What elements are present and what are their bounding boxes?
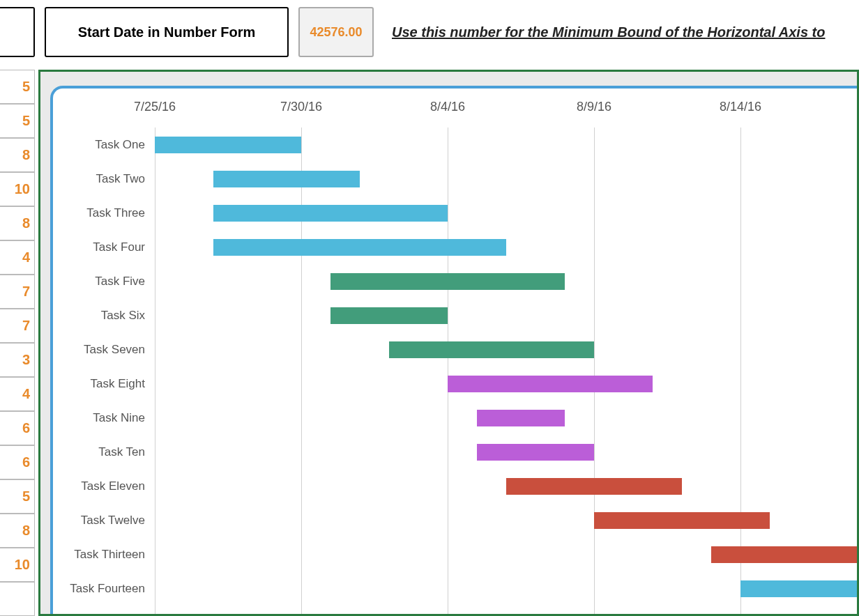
task-row: Task Twelve (53, 503, 857, 537)
axis-tick: 7/25/16 (134, 100, 176, 114)
axis-tick: 8/4/16 (430, 100, 465, 114)
row-header-cell[interactable]: 3 (0, 343, 35, 377)
task-label: Task Thirteen (74, 548, 151, 562)
header-spacer-cell (0, 7, 35, 57)
row-header-cell[interactable]: 7 (0, 309, 35, 343)
axis-tick: 8/14/16 (720, 100, 761, 114)
task-row: Task Eight (53, 367, 857, 401)
task-label: Task Three (86, 206, 151, 220)
task-row: Task One (53, 128, 857, 162)
task-bar[interactable] (477, 444, 594, 461)
row-header-column: 55810847734665810 (0, 70, 35, 616)
task-label: Task Seven (84, 343, 151, 357)
task-row: Task Three (53, 196, 857, 230)
task-label: Task Five (95, 275, 151, 288)
task-bar[interactable] (594, 512, 770, 529)
start-date-value: 42576.00 (310, 25, 362, 40)
task-bar[interactable] (213, 171, 360, 187)
task-bar[interactable] (155, 137, 301, 153)
row-header-cell[interactable]: 5 (0, 479, 35, 514)
task-row: Task Fourteen (53, 571, 857, 606)
task-rows: Task OneTask TwoTask ThreeTask FourTask … (53, 128, 857, 614)
task-bar[interactable] (330, 307, 448, 324)
task-row: Task Thirteen (53, 537, 857, 571)
row-header-cell[interactable]: 7 (0, 275, 35, 309)
start-date-value-cell[interactable]: 42576.00 (298, 7, 374, 57)
task-row: Task Two (53, 162, 857, 196)
header-note-text: Use this number for the Minimum Bound of… (392, 24, 825, 40)
task-bar[interactable] (213, 239, 506, 256)
task-row: Task Nine (53, 401, 857, 435)
row-header-cell[interactable]: 10 (0, 548, 35, 582)
row-header-cell[interactable]: 6 (0, 445, 35, 479)
axis-tick: 8/9/16 (577, 100, 611, 114)
task-bar[interactable] (740, 580, 857, 597)
row-header-cell[interactable]: 5 (0, 70, 35, 104)
start-date-label-cell: Start Date in Number Form (45, 7, 289, 57)
axis-tick: 7/30/16 (280, 100, 322, 114)
start-date-label: Start Date in Number Form (78, 24, 255, 40)
task-label: Task Four (93, 240, 151, 254)
gantt-chart[interactable]: 7/25/167/30/168/4/168/9/168/14/16 Task O… (50, 86, 857, 614)
task-row: Task Five (53, 264, 857, 298)
task-bar[interactable] (448, 376, 653, 392)
task-bar[interactable] (330, 273, 565, 290)
task-row: Task Ten (53, 435, 857, 469)
row-header-cell[interactable]: 6 (0, 411, 35, 445)
row-header-cell[interactable]: 4 (0, 377, 35, 411)
task-bar[interactable] (477, 410, 565, 426)
task-label: Task Six (101, 309, 151, 323)
task-label: Task One (95, 138, 151, 152)
header-note-cell: Use this number for the Minimum Bound of… (383, 7, 859, 57)
task-label: Task Twelve (81, 514, 151, 528)
row-header-cell[interactable]: 5 (0, 104, 35, 138)
row-header-cell[interactable]: 8 (0, 514, 35, 548)
row-header-cell[interactable]: 4 (0, 240, 35, 275)
task-label: Task Nine (93, 411, 151, 425)
chart-frame: 7/25/167/30/168/4/168/9/168/14/16 Task O… (38, 70, 859, 616)
row-header-cell[interactable]: 8 (0, 206, 35, 240)
task-label: Task Ten (98, 445, 151, 459)
task-row: Task Seven (53, 332, 857, 367)
row-header-cell[interactable] (0, 582, 35, 616)
task-bar[interactable] (389, 341, 594, 358)
task-bar[interactable] (506, 478, 682, 495)
header-row: Start Date in Number Form 42576.00 Use t… (0, 7, 859, 57)
task-label: Task Two (96, 172, 151, 186)
row-header-cell[interactable]: 10 (0, 172, 35, 206)
task-row: Task Fifteen (53, 606, 857, 614)
task-row: Task Four (53, 230, 857, 264)
task-row: Task Six (53, 298, 857, 332)
task-row: Task Eleven (53, 469, 857, 503)
task-bar[interactable] (711, 546, 857, 563)
task-label: Task Eight (91, 377, 151, 391)
row-header-cell[interactable]: 8 (0, 138, 35, 172)
x-axis: 7/25/167/30/168/4/168/9/168/14/16 (53, 100, 857, 128)
task-label: Task Fourteen (70, 582, 151, 596)
task-bar[interactable] (213, 205, 448, 222)
task-label: Task Eleven (81, 479, 151, 493)
